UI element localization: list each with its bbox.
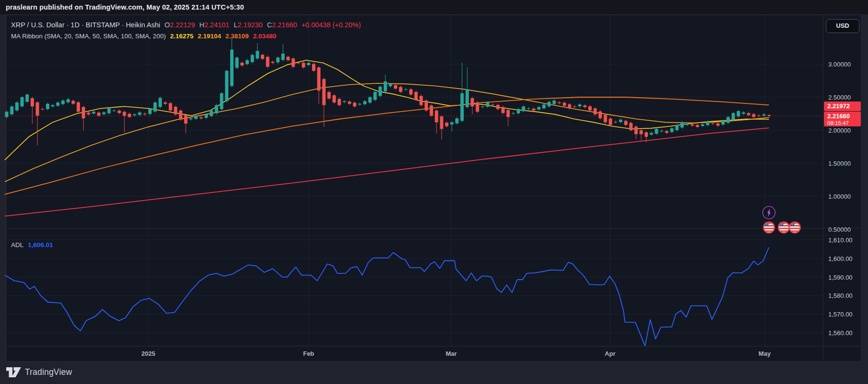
open-label: O xyxy=(165,21,170,29)
ma-ribbon-legend-row[interactable]: MA Ribbon (SMA, 20, SMA, 50, SMA, 100, S… xyxy=(11,33,277,40)
price-axis-label: 3.00000 xyxy=(828,61,851,68)
time-axis-label: Apr xyxy=(605,350,615,357)
currency-toggle-button[interactable]: USD xyxy=(826,19,859,33)
adl-title: ADL xyxy=(11,241,23,248)
adl-value: 1,606.01 xyxy=(28,241,53,248)
price-axis-label: 2.00000 xyxy=(828,127,851,134)
footer-brand-row[interactable]: TradingView xyxy=(6,366,72,378)
bar-countdown: 08:15:47 xyxy=(827,120,861,126)
last-price-value: 2.21660 xyxy=(827,112,861,120)
sma100-value: 2.38109 xyxy=(225,33,249,40)
chart-canvas[interactable] xyxy=(0,0,868,384)
tradingview-brand-text: TradingView xyxy=(25,367,72,377)
adl-axis-label: 1,560.00 xyxy=(828,329,853,337)
change-value: +0.00438 (+0.20%) xyxy=(301,21,361,29)
sma20-value: 2.16275 xyxy=(170,33,193,40)
flash-event-icon[interactable] xyxy=(763,206,775,219)
low-value: 2.19230 xyxy=(238,21,263,29)
ma-ribbon-title: MA Ribbon (SMA, 20, SMA, 50, SMA, 100, S… xyxy=(11,33,166,40)
time-axis-label: Mar xyxy=(445,350,456,357)
us-flag-event-icon[interactable] xyxy=(790,222,801,233)
price-axis-label: 1.50000 xyxy=(828,160,851,167)
price-axis-label: 0.50000 xyxy=(828,226,851,233)
tradingview-logo-icon xyxy=(6,367,21,377)
chart-widget-bg xyxy=(6,15,861,361)
time-axis-label: May xyxy=(758,350,770,357)
us-flag-event-icon[interactable] xyxy=(764,222,775,233)
symbol-title: XRP / U.S. Dollar · 1D · BITSTAMP · Heik… xyxy=(11,21,160,29)
adl-axis-label: 1,570.00 xyxy=(828,311,853,318)
last-price-badge: 2.21660 08:15:47 xyxy=(824,112,861,126)
time-axis-label: 2025 xyxy=(142,350,156,357)
adl-axis-label: 1,590.00 xyxy=(828,273,853,281)
high-value: 2.24101 xyxy=(204,21,229,29)
close-label: C xyxy=(267,21,272,29)
price-axis-label: 2.50000 xyxy=(828,94,851,101)
time-axis-label: Feb xyxy=(303,350,314,357)
sma200-value: 2.03480 xyxy=(253,33,277,40)
price-axis-label: 1.00000 xyxy=(828,193,851,200)
sma50-value: 2.19104 xyxy=(198,33,221,40)
tradingview-snapshot-page: praslearn published on TradingView.com, … xyxy=(0,0,868,384)
adl-legend-row[interactable]: ADL1,606.01 xyxy=(11,241,53,248)
adl-axis-label: 1,610.00 xyxy=(828,237,853,244)
us-flag-event-icon[interactable] xyxy=(779,222,790,233)
adl-axis-label: 1,580.00 xyxy=(828,292,853,299)
high-label: H xyxy=(200,21,204,29)
close-value: 2.21660 xyxy=(272,21,297,29)
adl-axis-label: 1,600.00 xyxy=(828,255,853,262)
symbol-legend-row[interactable]: XRP / U.S. Dollar · 1D · BITSTAMP · Heik… xyxy=(11,21,361,29)
open-value: 2.22129 xyxy=(170,21,195,29)
low-label: L xyxy=(234,21,237,29)
secondary-price-badge: 2.21972 xyxy=(824,102,861,111)
